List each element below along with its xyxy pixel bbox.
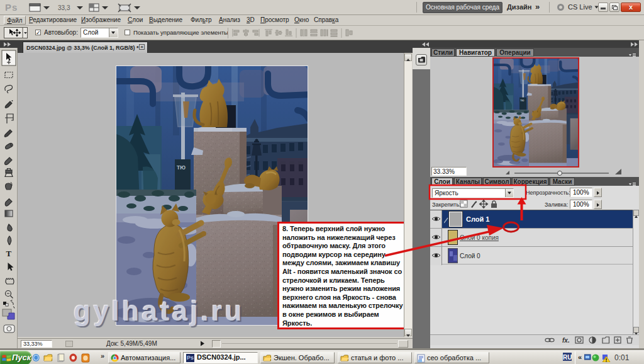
svg-text:33,3: 33,3 xyxy=(58,4,70,11)
svg-text:fx.: fx. xyxy=(562,337,570,344)
svg-text:T: T xyxy=(6,249,12,258)
